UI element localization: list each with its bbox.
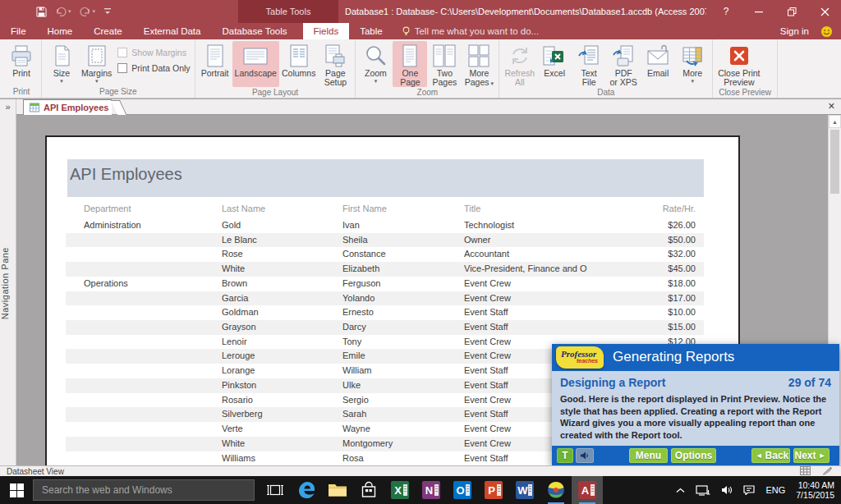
options-button[interactable]: Options [671, 448, 716, 463]
taskbar-app-edge[interactable] [291, 476, 322, 504]
taskbar-app-file-explorer[interactable] [322, 476, 353, 504]
navigation-pane-collapsed[interactable]: » Navigation Pane [0, 99, 16, 465]
volume-icon[interactable] [721, 485, 733, 495]
ribbon-button-two-pages[interactable]: TwoPages [427, 41, 462, 87]
report-row-white: WhiteElizabethVice-President, Finance an… [47, 262, 738, 277]
checkbox-show-margins[interactable]: Show Margins [117, 48, 190, 57]
task-view-icon [267, 484, 283, 496]
ribbon-button-more[interactable]: More▾ [675, 41, 710, 87]
save-button[interactable] [36, 7, 47, 17]
close-window-button[interactable] [808, 0, 841, 23]
help-button[interactable]: ? [710, 0, 742, 23]
ribbon-button-close-print-preview[interactable]: Close PrintPreview [715, 41, 762, 87]
start-button[interactable] [0, 476, 33, 504]
nav-pane-expand-button[interactable]: » [0, 99, 16, 114]
next-button[interactable]: Next► [793, 448, 830, 463]
view-shortcuts [800, 466, 833, 475]
ribbon-button-print[interactable]: Print [4, 41, 39, 86]
scrollbar-thumb[interactable] [830, 130, 839, 194]
clock[interactable]: 10:40 AM 7/15/2015 [796, 480, 834, 500]
cell-rate: $32.00 [572, 249, 696, 259]
datasheet-view-icon[interactable] [800, 466, 811, 475]
ribbon-button-margins[interactable]: Margins▾ [79, 41, 114, 86]
ribbon-tab-table[interactable]: Table [349, 23, 393, 39]
cell-last-name: Gold [222, 220, 241, 230]
ribbon-button-pdf-or-xps[interactable]: PDFor XPS [606, 41, 641, 87]
system-tray: ENG 10:40 AM 7/15/2015 [676, 476, 841, 504]
ribbon-button-label: OnePage [400, 69, 420, 87]
ribbon-tabs: FileHomeCreateExternal DataDatabase Tool… [0, 23, 393, 39]
cell-title: Event Staff [464, 322, 508, 332]
ribbon-tab-fields[interactable]: Fields [303, 23, 350, 39]
ribbon-button-email[interactable]: Email [641, 41, 675, 87]
ribbon-group-close-preview: Close PrintPreviewClose Preview [713, 39, 778, 98]
ribbon-button-columns[interactable]: Columns [279, 41, 318, 87]
column-header-first-name: First Name [342, 204, 387, 213]
audio-button[interactable] [576, 448, 594, 463]
cell-first-name: Sarah [342, 409, 366, 419]
sign-in-link[interactable]: Sign in [780, 26, 809, 36]
feedback-smiley-icon[interactable] [820, 25, 833, 38]
ribbon-tab-external-data[interactable]: External Data [133, 23, 212, 39]
taskbar-app-excel[interactable]: X [384, 476, 416, 504]
cell-title: Event Crew [464, 337, 511, 346]
redo-button[interactable]: ▾ [80, 7, 96, 16]
ribbon-button-more-pages[interactable]: MorePages▾ [462, 41, 496, 87]
report-row-gold: AdministrationGoldIvanTechnologist$26.00 [47, 218, 738, 233]
undo-button[interactable]: ▾ [55, 7, 71, 16]
document-tab-bar: API Employees ✕ [16, 99, 841, 115]
ribbon-tab-create[interactable]: Create [83, 23, 133, 39]
ribbon-button-excel[interactable]: Excel [537, 41, 572, 87]
cell-title: Event Crew [464, 278, 511, 288]
ribbon-button-size[interactable]: Size▾ [44, 41, 79, 86]
customize-qat-button[interactable] [103, 7, 112, 16]
save-icon [36, 7, 47, 17]
back-arrow-icon: ◄ [756, 451, 763, 460]
ribbon-button-portrait[interactable]: Portrait [198, 41, 232, 87]
language-indicator[interactable]: ENG [765, 485, 785, 495]
ribbon-button-label: Portrait [201, 69, 229, 78]
task-view-button[interactable] [260, 476, 291, 504]
window-controls: ? [710, 0, 841, 23]
taskbar-search-box[interactable]: Search the web and Windows [33, 479, 255, 501]
printer-icon [9, 43, 34, 69]
action-center-icon[interactable] [743, 485, 755, 495]
twopages-icon [432, 43, 457, 69]
ribbon-button-page-setup[interactable]: PageSetup [318, 41, 352, 87]
ribbon-button-one-page[interactable]: OnePage [393, 41, 427, 87]
document-tab-api-employees[interactable]: API Employees [23, 99, 112, 115]
scroll-up-button[interactable]: ▲ [829, 115, 841, 128]
checkbox-print-data-only[interactable]: Print Data Only [117, 63, 190, 73]
ribbon-group-zoom: Zoom▾OnePageTwoPagesMorePages▾Zoom [356, 39, 499, 98]
portrait-icon [205, 43, 226, 69]
close-document-button[interactable]: ✕ [828, 101, 835, 112]
ribbon-button-refresh-all[interactable]: RefreshAll [502, 41, 537, 87]
ribbon-button-zoom[interactable]: Zoom▾ [358, 41, 393, 87]
menu-button[interactable]: Menu [629, 448, 668, 463]
ribbon-button-text-file[interactable]: TextFile [572, 41, 606, 87]
hidden-icons-chevron[interactable] [676, 488, 685, 493]
taskbar-app-onenote[interactable]: N [416, 476, 447, 504]
taskbar-app-outlook[interactable]: O [447, 476, 478, 504]
ribbon-tab-file[interactable]: File [0, 23, 37, 39]
taskbar-app-word[interactable]: W [509, 476, 540, 504]
cell-rate: $18.00 [572, 278, 696, 288]
back-button[interactable]: ◄Back [751, 448, 790, 463]
ribbon-tab-database-tools[interactable]: Database Tools [211, 23, 297, 39]
text-mode-button[interactable]: T [557, 448, 573, 463]
customize-qat-icon [103, 7, 112, 16]
network-display-icon[interactable] [696, 485, 710, 496]
taskbar-app-professor-teaches[interactable] [540, 476, 572, 504]
cell-title: Technologist [464, 220, 514, 230]
taskbar-app-access[interactable]: A [572, 476, 603, 504]
taskbar-app-store[interactable] [353, 476, 384, 504]
design-view-icon[interactable] [822, 466, 833, 475]
minimize-button[interactable] [742, 0, 775, 23]
tell-me-box[interactable]: Tell me what you want to do... [402, 23, 540, 39]
cell-last-name: Lerouge [222, 351, 255, 360]
ribbon-button-landscape[interactable]: Landscape [232, 41, 279, 87]
restore-button[interactable] [775, 0, 808, 23]
taskbar-app-powerpoint[interactable]: P [478, 476, 509, 504]
ribbon-tab-home[interactable]: Home [37, 23, 84, 39]
undo-icon [55, 7, 67, 16]
